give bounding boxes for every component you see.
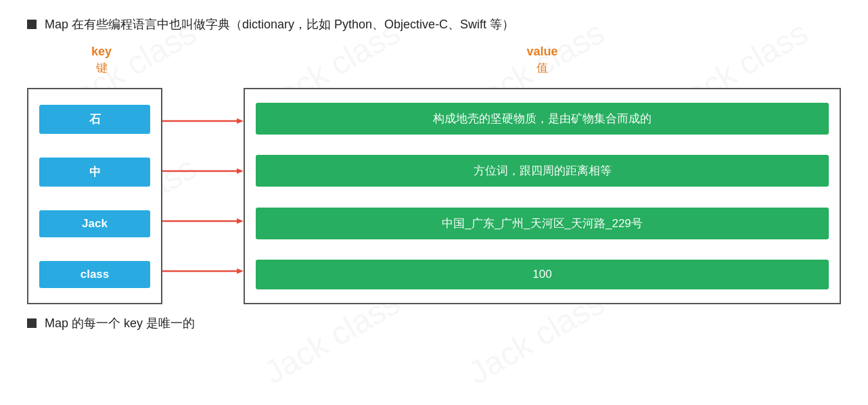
bottom-note-text: Map 的每一个 key 是唯一的 <box>45 315 195 331</box>
svg-marker-1 <box>237 118 244 124</box>
value-sub: 值 <box>536 60 548 76</box>
key-sub: 键 <box>96 60 108 76</box>
value-item-4: 100 <box>256 260 829 289</box>
key-item-4: class <box>39 261 150 288</box>
top-note: Map 在有些编程语言中也叫做字典（dictionary，比如 Python、O… <box>27 16 841 32</box>
arrow-3 <box>162 208 244 235</box>
arrow-4 <box>162 258 244 285</box>
key-item-3: Jack <box>39 210 150 237</box>
arrow-line-2 <box>162 167 244 175</box>
svg-marker-5 <box>237 218 244 224</box>
key-item-2: 中 <box>39 158 150 187</box>
page-content: Map 在有些编程语言中也叫做字典（dictionary，比如 Python、O… <box>0 0 868 348</box>
top-note-text: Map 在有些编程语言中也叫做字典（dictionary，比如 Python、O… <box>45 16 514 32</box>
arrow-1 <box>162 108 244 135</box>
value-item-2: 方位词，跟四周的距离相等 <box>256 155 829 187</box>
arrow-line-4 <box>162 267 244 275</box>
bullet-icon <box>27 20 37 29</box>
arrow-2 <box>162 158 244 185</box>
svg-marker-7 <box>237 268 244 274</box>
bottom-note: Map 的每一个 key 是唯一的 <box>27 315 841 331</box>
arrows-area <box>162 88 244 304</box>
value-header: value <box>526 45 557 59</box>
value-item-1: 构成地壳的坚硬物质，是由矿物集合而成的 <box>256 103 829 135</box>
svg-marker-3 <box>237 168 244 174</box>
key-container: 石 中 Jack class <box>27 88 162 304</box>
arrow-line-3 <box>162 217 244 225</box>
bullet-icon-2 <box>27 318 37 328</box>
value-container: 构成地壳的坚硬物质，是由矿物集合而成的 方位词，跟四周的距离相等 中国_广东_广… <box>244 88 841 304</box>
value-item-3: 中国_广东_广州_天河区_天河路_229号 <box>256 208 829 239</box>
arrow-line-1 <box>162 117 244 125</box>
key-header: key <box>91 45 112 59</box>
key-item-1: 石 <box>39 105 150 134</box>
